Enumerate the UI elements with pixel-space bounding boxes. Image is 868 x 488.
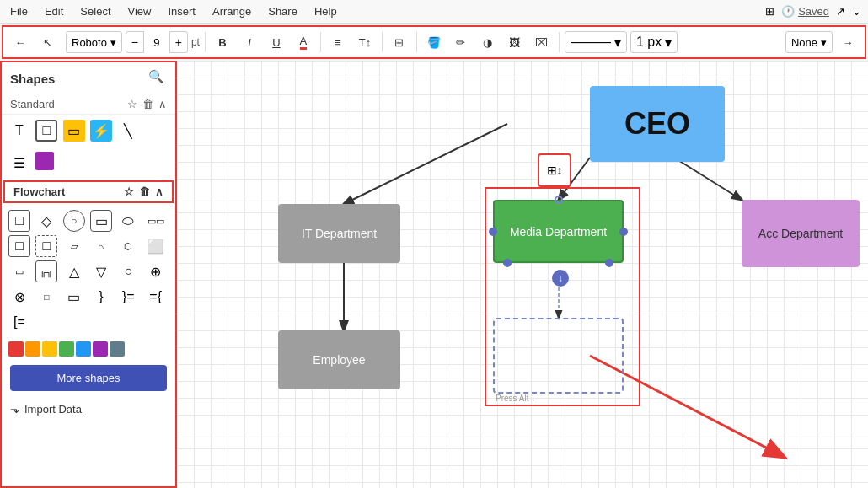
conn-handle-bottom-right[interactable]	[605, 259, 613, 267]
flowchart-delete-icon[interactable]: 🗑	[139, 185, 150, 198]
fc-dblrect[interactable]: ▭▭	[145, 210, 167, 232]
fc-rect5[interactable]: ▭	[8, 260, 30, 282]
fc-rect6[interactable]: ╔╗	[35, 260, 57, 282]
chevron-down-icon-4: ▾	[821, 36, 827, 49]
line-style-preview: ———	[571, 35, 611, 50]
align-button[interactable]: ≡	[326, 30, 350, 54]
yellow-shape[interactable]: ▭	[63, 120, 85, 142]
font-size-input[interactable]	[143, 31, 170, 53]
font-size-increase[interactable]: +	[170, 31, 187, 53]
fc-curly3[interactable]: }=	[117, 286, 139, 308]
lightning-shape[interactable]: ⚡	[90, 120, 112, 142]
collapse-icon[interactable]: ∧	[158, 98, 167, 110]
menu-file[interactable]: File	[7, 3, 31, 19]
fc-small-rect[interactable]: □	[35, 286, 57, 308]
line-width-control[interactable]: 1 px ▾	[630, 31, 678, 53]
line-style-control[interactable]: ——— ▾	[565, 31, 627, 53]
fc-inv-triangle[interactable]: ▽	[90, 260, 112, 282]
conn-handle-right[interactable]	[619, 228, 628, 236]
conn-handle-top[interactable]	[555, 196, 563, 204]
line-color-button[interactable]: ✏	[449, 30, 473, 54]
list-shape[interactable]: ☰	[8, 152, 30, 174]
connection-label: None	[791, 36, 817, 49]
fc-rect3[interactable]: □	[35, 235, 57, 257]
ceo-label: CEO	[624, 106, 690, 142]
flowchart-collapse-icon[interactable]: ∧	[155, 185, 163, 198]
color-blue[interactable]	[76, 341, 91, 357]
pointer-button[interactable]: ↖	[35, 30, 59, 54]
menu-insert[interactable]: Insert	[164, 3, 199, 19]
shape-popup[interactable]: ⊞↕	[538, 153, 571, 187]
fc-curly4[interactable]: ={	[145, 286, 167, 308]
shadow-button[interactable]: ◑	[476, 30, 500, 54]
menu-edit[interactable]: Edit	[41, 3, 67, 19]
fc-rounded[interactable]: ○	[63, 210, 85, 232]
menu-share[interactable]: Share	[265, 3, 301, 19]
fc-hex[interactable]: ⬡	[117, 235, 139, 257]
fc-trapezoid[interactable]: ⏢	[90, 235, 112, 257]
color-orange[interactable]	[25, 341, 40, 357]
fc-rrect[interactable]: ▭	[90, 210, 112, 232]
more-shapes-button[interactable]: More shapes	[10, 365, 167, 391]
menu-arrange[interactable]: Arrange	[209, 3, 255, 19]
text-shape[interactable]: T	[8, 120, 30, 142]
image-button[interactable]: 🖼	[503, 30, 527, 54]
color-red[interactable]	[8, 341, 24, 357]
fc-bracket1[interactable]: [=	[8, 311, 30, 333]
text-color-button[interactable]: A	[292, 30, 315, 54]
color-green[interactable]	[59, 341, 74, 357]
acc-dept-node[interactable]: Acc Department	[742, 200, 860, 267]
ceo-node[interactable]: CEO	[590, 86, 725, 162]
flowchart-star-icon[interactable]: ☆	[124, 185, 134, 198]
fc-circle-plus[interactable]: ⊕	[145, 260, 167, 282]
connection-style-select[interactable]: None ▾	[785, 31, 833, 53]
fc-parallelogram[interactable]: ▱	[63, 235, 85, 257]
arrow-button[interactable]: →	[836, 30, 860, 54]
conn-handle-left[interactable]	[489, 228, 497, 236]
fc-circle[interactable]: ○	[117, 260, 139, 282]
font-selector[interactable]: Roboto ▾	[66, 31, 122, 53]
fc-rect2[interactable]: □	[8, 235, 30, 257]
delete-icon[interactable]: 🗑	[142, 98, 153, 110]
fc-curly1[interactable]: ▭	[63, 286, 85, 308]
canvas-area[interactable]: CEO IT Department Media Department Acc D…	[177, 61, 868, 488]
media-dept-label: Media Department	[510, 225, 607, 239]
italic-button[interactable]: I	[238, 30, 261, 54]
color-purple[interactable]	[93, 341, 108, 357]
employee-node[interactable]: Employee	[278, 330, 400, 389]
grid-icon: ⊞	[765, 5, 774, 18]
color-gray[interactable]	[110, 341, 125, 357]
font-size-decrease[interactable]: −	[126, 31, 143, 53]
fc-circle-x[interactable]: ⊗	[8, 286, 30, 308]
underline-button[interactable]: U	[265, 30, 288, 54]
import-icon: ⬎	[10, 403, 19, 416]
fc-diamond[interactable]: ◇	[35, 210, 57, 232]
extra-button[interactable]: ⌧	[530, 30, 554, 54]
search-icon[interactable]: 🔍	[148, 69, 167, 88]
purple-shape[interactable]	[35, 152, 54, 170]
menu-select[interactable]: Select	[77, 3, 114, 19]
media-dept-node[interactable]: Media Department	[493, 200, 624, 263]
down-arrow-handle[interactable]: ↓	[552, 270, 569, 287]
fc-triangle[interactable]: △	[63, 260, 85, 282]
fill-color-button[interactable]: 🪣	[422, 30, 446, 54]
menu-help[interactable]: Help	[311, 3, 340, 19]
fc-rect4[interactable]: ⬜	[145, 235, 167, 257]
menu-view[interactable]: View	[125, 3, 155, 19]
insert-table-button[interactable]: ⊞	[388, 30, 411, 54]
it-dept-node[interactable]: IT Department	[278, 204, 400, 263]
conn-handle-bottom-left[interactable]	[503, 259, 512, 267]
placeholder-node[interactable]	[493, 318, 624, 394]
line-shape[interactable]: ╲	[117, 120, 139, 142]
rect-shape[interactable]: □	[35, 120, 57, 142]
import-data-button[interactable]: ⬎ Import Data	[2, 396, 175, 422]
bold-button[interactable]: B	[211, 30, 234, 54]
fc-rect[interactable]: □	[8, 210, 30, 232]
star-icon[interactable]: ☆	[127, 98, 137, 110]
fc-stadium[interactable]: ⬭	[117, 210, 139, 232]
fc-curly2[interactable]: }	[90, 286, 112, 308]
down-arrow-icon: ↓	[558, 272, 563, 284]
color-yellow[interactable]	[42, 341, 57, 357]
undo-button[interactable]: ←	[8, 30, 32, 54]
text-format-button[interactable]: T↕	[353, 30, 377, 54]
